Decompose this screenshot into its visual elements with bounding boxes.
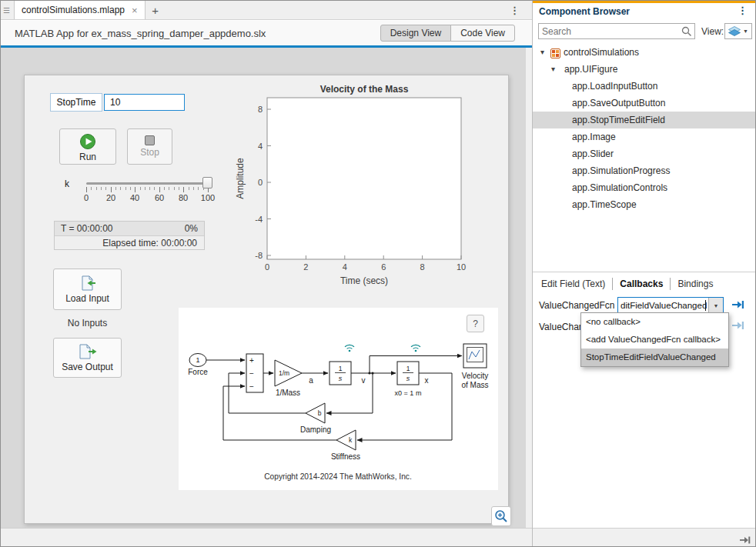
- x-tick-label: 8: [420, 262, 425, 272]
- help-button[interactable]: ?: [467, 315, 484, 332]
- sum-sign: −: [249, 382, 254, 391]
- x-tick-label: 4: [343, 262, 347, 272]
- tree-item-simulationprogress[interactable]: app.SimulationProgress: [533, 162, 756, 179]
- slider-track[interactable]: [86, 182, 208, 185]
- dropdown-item-stoptimeeditfieldvaluechanged[interactable]: StopTimeEditFieldValueChanged: [581, 349, 728, 366]
- tree-item-stoptimeeditfield[interactable]: app.StopTimeEditField: [533, 112, 756, 128]
- inspector-section: Edit Field (Text)CallbacksBindings Value…: [533, 272, 756, 528]
- plot-ylabel: Amplitude: [235, 158, 246, 199]
- tab-bar: ☰ controlSimulations.mlapp × + ⋮: [1, 1, 532, 20]
- view-label: View:: [701, 26, 724, 37]
- tree-item-loadinputbutton[interactable]: app.LoadInputButton: [533, 78, 756, 95]
- search-input[interactable]: [539, 24, 679, 38]
- tree-item-controlsimulations[interactable]: ▾ controlSimulations: [533, 44, 756, 61]
- new-tab-button[interactable]: +: [146, 1, 166, 19]
- stiffness-label: Stiffness: [331, 452, 360, 461]
- integrator-den: s: [339, 375, 343, 382]
- app-designer-window: ☰ controlSimulations.mlapp × + ⋮ MATLAB …: [0, 0, 756, 547]
- app-uifigure[interactable]: StopTime 10 Run Stop k: [24, 75, 509, 524]
- y-tick-label: -4: [255, 215, 263, 224]
- run-button[interactable]: Run: [59, 128, 116, 165]
- search-box: [538, 23, 695, 39]
- status-bar-left: [1, 528, 532, 547]
- tab-callbacks[interactable]: Callbacks: [612, 278, 670, 290]
- tree-item-label: app.StopTimeEditField: [572, 112, 665, 128]
- slider-thumb[interactable]: [202, 177, 212, 188]
- load-input-label: Load Input: [65, 293, 109, 304]
- dropdown-item-no-callback[interactable]: <no callback>: [581, 313, 728, 331]
- document-title: MATLAB App for ex_mass_spring_damper_app…: [15, 28, 266, 39]
- combo-dropdown-button[interactable]: ▼: [708, 298, 723, 313]
- tab-edit-field-text[interactable]: Edit Field (Text): [534, 278, 612, 290]
- zoom-button[interactable]: [491, 506, 511, 526]
- x-tick-label: 0: [265, 262, 269, 272]
- integrator-num: 1: [339, 365, 343, 372]
- plot-title: Velocity of the Mass: [320, 84, 409, 95]
- chevron-down-icon[interactable]: ▾: [551, 61, 555, 78]
- view-dropdown[interactable]: ▼: [724, 23, 752, 39]
- damping-gain: b: [318, 409, 322, 417]
- tree-item-label: app.UIFigure: [564, 61, 617, 78]
- slider-major-ticks: [86, 187, 209, 192]
- tab-controlsimulations[interactable]: controlSimulations.mlapp ×: [14, 0, 146, 19]
- load-input-icon: [79, 275, 97, 291]
- gain-label: 1/Mass: [276, 389, 300, 397]
- goto-callback-icon[interactable]: [731, 299, 744, 313]
- x-tick-label: 2: [303, 262, 308, 272]
- simulation-progress-panel[interactable]: T = 00:00:00 0% Elapsed time: 00:00:00: [54, 221, 205, 250]
- valuechangedfcn-input[interactable]: [618, 298, 707, 313]
- slider-tick-label: 0: [84, 193, 89, 202]
- dropdown-item-add-callback[interactable]: <add ValueChangedFcn callback>: [581, 331, 728, 349]
- code-view-button[interactable]: Code View: [450, 25, 515, 42]
- tree-item-simulationcontrols[interactable]: app.SimulationControls: [533, 179, 756, 196]
- force-value: 1: [196, 356, 199, 364]
- integrator-den: s: [406, 375, 410, 382]
- model-image[interactable]: 1 Force + − − 1/m 1/Mass: [179, 308, 498, 490]
- tree-item-timescope[interactable]: app.TimeScope: [533, 196, 756, 213]
- stoptime-label[interactable]: StopTime: [50, 93, 102, 112]
- close-icon[interactable]: ×: [132, 5, 138, 15]
- tab-options-icon[interactable]: ⋮: [510, 5, 520, 16]
- signal-x-label: x: [425, 376, 429, 385]
- stop-square-icon: [145, 135, 155, 145]
- text-caret: [705, 300, 706, 311]
- tree-item-saveoutputbutton[interactable]: app.SaveOutputButton: [533, 95, 756, 112]
- tree-item-slider[interactable]: app.Slider: [533, 145, 756, 162]
- timescope-axes[interactable]: Velocity of the Mass 8 4 0 -4 -8: [232, 83, 494, 292]
- save-output-icon: [79, 344, 97, 359]
- collapse-panel-icon[interactable]: [740, 534, 751, 547]
- model-diagram-svg: 1 Force + − − 1/m 1/Mass: [179, 308, 498, 490]
- scope-label: of Mass: [461, 381, 488, 389]
- zoom-in-icon: [494, 509, 508, 523]
- slider-tick-label: 80: [179, 193, 188, 202]
- integrator-num: 1: [406, 365, 410, 372]
- save-output-button[interactable]: Save Output: [53, 338, 122, 378]
- progress-gauge: T = 00:00:00 0%: [55, 222, 204, 236]
- load-input-button[interactable]: Load Input: [53, 268, 122, 310]
- no-inputs-label: No Inputs: [53, 318, 122, 329]
- progress-percent: 0%: [185, 223, 198, 234]
- design-view-button[interactable]: Design View: [380, 25, 451, 42]
- tree-item-uifigure[interactable]: ▾ app.UIFigure: [533, 61, 756, 78]
- panel-options-icon[interactable]: ⋮: [738, 5, 748, 16]
- save-output-label: Save Output: [62, 362, 113, 372]
- signal-a-label: a: [309, 376, 313, 385]
- tab-bindings[interactable]: Bindings: [670, 278, 720, 290]
- sum-sign: +: [249, 356, 254, 365]
- plot-xlabel: Time (secs): [340, 275, 388, 286]
- stoptime-editfield[interactable]: 10: [104, 94, 185, 111]
- tree-item-label: app.TimeScope: [572, 196, 637, 213]
- x0-label: x0 = 1 m: [395, 389, 422, 397]
- view-toggle: Design View Code View: [380, 25, 515, 42]
- chevron-down-icon[interactable]: ▾: [540, 44, 544, 61]
- tree-item-image[interactable]: app.Image: [533, 128, 756, 145]
- panel-resize-gutter[interactable]: [526, 48, 532, 528]
- inspector-tabs: Edit Field (Text)CallbacksBindings: [533, 272, 756, 294]
- design-canvas[interactable]: StopTime 10 Run Stop k: [1, 48, 526, 528]
- menu-icon[interactable]: ☰: [1, 6, 14, 19]
- force-label: Force: [188, 368, 208, 376]
- goto-callback-icon[interactable]: [731, 320, 744, 334]
- editor-toolbar: MATLAB App for ex_mass_spring_damper_app…: [1, 21, 532, 45]
- progress-elapsed: Elapsed time: 00:00:00: [102, 238, 197, 248]
- stop-button[interactable]: Stop: [127, 128, 172, 165]
